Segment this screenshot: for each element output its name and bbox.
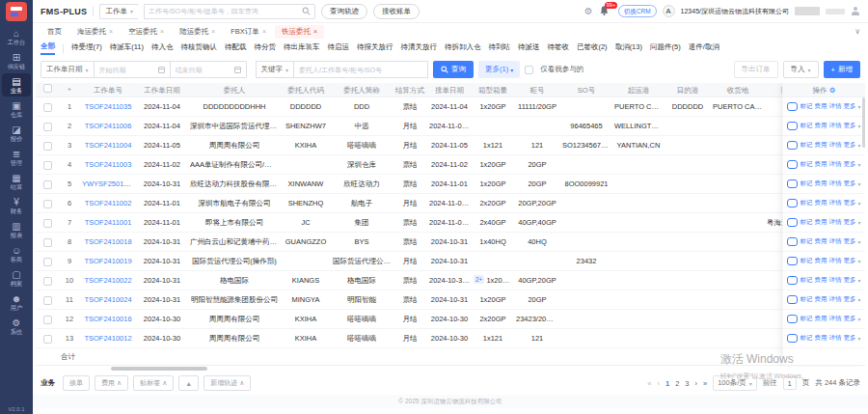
action-标记[interactable]: 标记 [800,276,812,285]
action-标记[interactable]: 标记 [800,334,812,343]
keyword-input[interactable] [299,67,422,73]
row-checkbox[interactable] [43,103,52,112]
row-checkbox[interactable] [43,316,52,324]
action-更多[interactable]: 更多 [843,218,855,227]
row-checkbox[interactable] [43,123,52,131]
row-checkbox[interactable] [43,142,52,151]
filter-tab-1[interactable]: 待受理(7) [71,42,102,54]
horizontal-scrollbar[interactable] [111,367,207,371]
row-checkbox[interactable] [43,335,52,344]
action-费用[interactable]: 费用 [814,179,827,188]
order-number-link[interactable]: TSOF2410018 [84,237,131,246]
filter-tab-7[interactable]: 待出库装车 [284,42,320,54]
row-checkbox[interactable] [43,277,52,286]
track-query-button[interactable]: 查询轨迹 [321,4,367,19]
action-更多[interactable]: 更多 [843,179,855,188]
action-标记[interactable]: 标记 [800,179,812,188]
toolbar-button-3[interactable]: ▲ [178,375,199,391]
order-number-link[interactable]: TSOF2410012 [84,334,131,343]
action-详情[interactable]: 详情 [828,122,841,130]
filter-tab-14[interactable]: 待签收 [547,42,569,54]
action-详情[interactable]: 详情 [828,141,841,150]
only-mine-checkbox[interactable] [525,66,533,74]
action-更多[interactable]: 更多 [843,315,855,323]
row-checkbox[interactable] [43,161,52,170]
comment-icon[interactable] [787,295,798,304]
tab-land[interactable]: 陆运委托 × [173,25,222,39]
order-number-link[interactable]: TSOF2410022 [84,276,131,285]
sidebar-item-7[interactable]: ¥财务 [2,194,31,217]
filter-tab-18[interactable]: 退件/取消 [689,42,719,54]
toolbar-button-0[interactable]: 接单 [63,375,90,391]
row-checkbox[interactable] [43,258,52,266]
close-icon[interactable]: × [109,28,113,35]
order-number-link[interactable]: TSOF2411006 [85,122,132,130]
action-标记[interactable]: 标记 [800,199,812,207]
page-button-2[interactable]: 2 [675,379,679,388]
query-button[interactable]: 查询 [433,61,474,78]
toolbar-button-4[interactable]: 新增轨迹∧ [203,375,251,391]
action-费用[interactable]: 费用 [814,102,827,111]
help-icon[interactable]: ⚙ [584,6,593,16]
sidebar-item-10[interactable]: ▢档案 [2,266,31,290]
comment-icon[interactable] [787,315,798,323]
filter-tab-17[interactable]: 问题件(5) [650,42,681,54]
tab-air[interactable]: 空运委托 × [122,25,171,39]
action-详情[interactable]: 详情 [828,160,841,169]
action-费用[interactable]: 费用 [814,334,827,343]
close-icon[interactable]: × [313,28,317,35]
action-标记[interactable]: 标记 [800,218,812,227]
action-更多[interactable]: 更多 [843,257,855,265]
switch-crm-button[interactable]: 切换CRM [618,5,657,17]
filter-tab-10[interactable]: 待清关放行 [400,42,437,54]
sidebar-item-0[interactable]: ⌂工作台 [2,25,31,48]
action-费用[interactable]: 费用 [814,295,827,304]
filter-tab-13[interactable]: 待派送 [518,42,540,54]
comment-icon[interactable] [787,179,798,188]
action-详情[interactable]: 详情 [828,237,841,246]
filter-tab-6[interactable]: 待分货 [254,42,276,54]
account-name[interactable]: 12345/深圳运物云物流科技有限公司 [681,7,789,16]
comment-icon[interactable] [787,141,798,150]
comment-icon[interactable] [787,160,798,169]
comment-icon[interactable] [787,237,798,246]
app-logo-icon[interactable] [6,2,27,21]
close-icon[interactable]: × [211,28,215,35]
row-checkbox[interactable] [43,296,52,305]
row-checkbox[interactable] [43,238,52,247]
tab-fbx[interactable]: FBX订单 × [224,25,273,39]
action-费用[interactable]: 费用 [814,199,827,207]
action-费用[interactable]: 费用 [814,257,827,265]
action-费用[interactable]: 费用 [814,237,827,246]
sidebar-item-5[interactable]: ≣管理 [2,146,31,169]
more-filters-button[interactable]: 更多(1) ▾ [478,61,520,78]
gear-icon[interactable]: ⚙ [829,86,836,95]
comment-icon[interactable] [787,276,798,285]
filter-tab-15[interactable]: 已签收(2) [577,42,608,54]
action-详情[interactable]: 详情 [828,334,841,343]
action-详情[interactable]: 详情 [828,315,841,323]
add-button[interactable]: + 新增 [824,61,860,78]
filter-tab-8[interactable]: 待启运 [327,42,349,54]
sidebar-item-12[interactable]: ⚙系统 [2,315,31,338]
keyword-field-select[interactable]: 关键字 ▾ [256,61,295,78]
action-标记[interactable]: 标记 [800,257,812,265]
profile-icon[interactable] [851,7,860,16]
action-标记[interactable]: 标记 [800,122,812,130]
action-费用[interactable]: 费用 [814,218,827,227]
comment-icon[interactable] [787,218,798,227]
action-更多[interactable]: 更多 [843,122,855,130]
toolbar-button-1[interactable]: 费用∧ [95,375,128,391]
filter-tab-4[interactable]: 待核货确认 [180,42,217,54]
action-详情[interactable]: 详情 [828,276,841,285]
start-date-field[interactable] [99,67,155,73]
action-更多[interactable]: 更多 [843,237,855,246]
action-详情[interactable]: 详情 [828,257,841,265]
end-date-input[interactable] [171,61,247,78]
action-更多[interactable]: 更多 [843,295,855,304]
tab-sea[interactable]: 海运委托 × [70,25,120,39]
action-更多[interactable]: 更多 [843,276,855,285]
action-详情[interactable]: 详情 [828,179,841,188]
sidebar-item-1[interactable]: ⊞供应链 [2,49,31,72]
action-更多[interactable]: 更多 [843,334,855,343]
